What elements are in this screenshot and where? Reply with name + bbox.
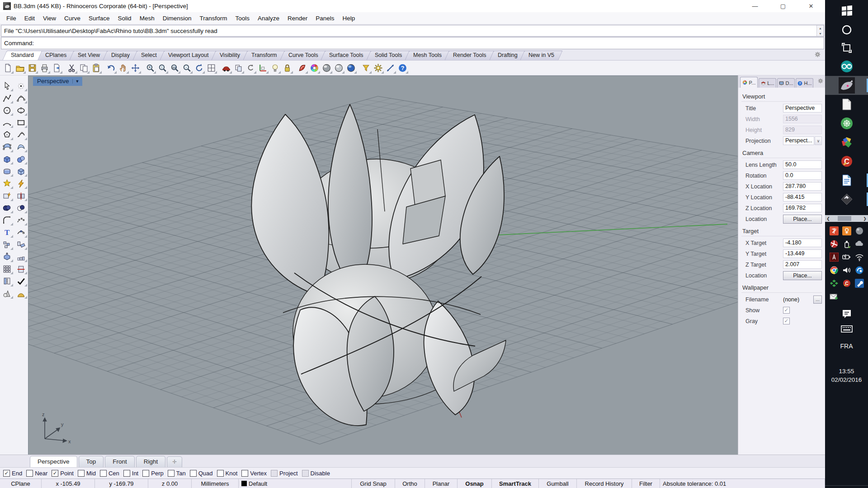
rebuild-button[interactable]: [15, 214, 28, 226]
tray-mail[interactable]: [829, 292, 839, 303]
osnap-checkbox-near[interactable]: [26, 470, 33, 477]
osnap-checkbox-end[interactable]: ✓: [3, 470, 10, 477]
scroll-up-icon[interactable]: ▲: [817, 25, 824, 31]
rectangle-button[interactable]: [15, 117, 28, 128]
menu-dimension[interactable]: Dimension: [159, 14, 196, 23]
menu-surface[interactable]: Surface: [85, 14, 114, 23]
tab-options-gear[interactable]: [814, 51, 821, 58]
show-desktop-button[interactable]: [825, 485, 868, 488]
zoom-in-button[interactable]: +: [144, 62, 156, 74]
move-button[interactable]: [129, 62, 142, 74]
tray-chrome[interactable]: [830, 266, 839, 277]
osnap-checkbox-cen[interactable]: [100, 470, 107, 477]
menu-tools[interactable]: Tools: [231, 14, 254, 23]
unroll-button[interactable]: [15, 251, 28, 263]
cplane-button[interactable]: [257, 62, 269, 74]
copy-button[interactable]: [78, 62, 90, 74]
menu-edit[interactable]: Edit: [20, 14, 39, 23]
touch-keyboard-button[interactable]: [825, 322, 868, 336]
print-button[interactable]: [38, 62, 51, 74]
status-smarttrack[interactable]: SmartTrack: [492, 479, 539, 488]
extrude-button[interactable]: [1, 251, 14, 263]
toolbar-tab-mesh-tools[interactable]: Mesh Tools: [405, 51, 450, 60]
options-button[interactable]: [372, 62, 384, 74]
menu-transform[interactable]: Transform: [195, 14, 231, 23]
rendered-mode-button[interactable]: [345, 62, 357, 74]
quicklaunch-scrollbar[interactable]: ❮❯: [825, 215, 868, 222]
fillet-button[interactable]: [15, 178, 28, 189]
tray-usb[interactable]: [842, 239, 851, 250]
menu-render[interactable]: Render: [283, 14, 311, 23]
property-value-field[interactable]: -4.180: [783, 239, 822, 247]
taskbar-app-color-app[interactable]: [825, 133, 868, 152]
taskbar-clock[interactable]: 13:5502/02/2016: [831, 367, 862, 384]
command-history[interactable]: File "C:\Users\Utilisateur\Desktop\FabAc…: [1, 25, 824, 37]
status-filter[interactable]: Filter: [632, 479, 660, 488]
check-button[interactable]: [15, 275, 28, 287]
osnap-checkbox-quad[interactable]: [190, 470, 197, 477]
car-button[interactable]: [220, 62, 232, 74]
status-ortho[interactable]: Ortho: [395, 479, 425, 488]
menu-solid[interactable]: Solid: [114, 14, 136, 23]
status-grid-snap[interactable]: Grid Snap: [352, 479, 395, 488]
measure-button[interactable]: [384, 62, 396, 74]
property-value-field[interactable]: 2.007: [783, 260, 822, 269]
checkbox-gray[interactable]: ✓: [783, 318, 790, 324]
osnap-checkbox-mid[interactable]: [78, 470, 85, 477]
taskbar-app-cortana[interactable]: [825, 21, 868, 39]
language-indicator[interactable]: FRA: [840, 343, 853, 350]
toolbar-tab-solid-tools[interactable]: Solid Tools: [366, 51, 410, 60]
status-gumball[interactable]: Gumball: [539, 479, 577, 488]
mapped-box-button[interactable]: [15, 165, 28, 177]
curve-cp-button[interactable]: [15, 92, 28, 104]
ellipse-button[interactable]: [15, 104, 28, 116]
tray-red-pinwheel[interactable]: [830, 239, 839, 250]
torus-button[interactable]: [1, 165, 14, 177]
osnap-checkbox-perp[interactable]: [142, 470, 149, 477]
new-file-button[interactable]: [2, 62, 14, 74]
box-button[interactable]: [1, 153, 14, 165]
paste-button[interactable]: [90, 62, 102, 74]
osnap-checkbox-disable[interactable]: [302, 470, 309, 477]
scroll-down-icon[interactable]: ▼: [817, 31, 824, 36]
select-button[interactable]: [1, 80, 14, 92]
flip-button[interactable]: [1, 275, 14, 287]
sweep-button[interactable]: [15, 141, 28, 153]
tray-orange-app-2[interactable]: [842, 226, 851, 237]
array-button[interactable]: [1, 263, 14, 275]
osnap-checkbox-project[interactable]: [271, 470, 278, 477]
viewport-layout-button[interactable]: [205, 62, 217, 74]
checkbox-show[interactable]: ✓: [783, 307, 790, 314]
viewport-tab-top[interactable]: Top: [79, 456, 104, 467]
status-x-105-49[interactable]: x -105.49: [42, 479, 95, 488]
cut-button[interactable]: [66, 62, 78, 74]
panel-options-gear[interactable]: [817, 78, 824, 86]
toolbar-tab-new-in-v5[interactable]: New in V5: [520, 51, 563, 60]
spheres-button[interactable]: [15, 153, 28, 165]
panel-tab-display[interactable]: D...: [777, 78, 795, 88]
dropdown-arrow-icon[interactable]: ∨: [815, 136, 822, 145]
toolbar-tab-standard[interactable]: Standard: [2, 51, 42, 60]
tray-wifi[interactable]: [854, 253, 864, 263]
status-default[interactable]: Default: [239, 479, 352, 488]
taskbar-app-start[interactable]: [825, 2, 868, 21]
tray-sync-green[interactable]: [830, 279, 839, 290]
scroll-thumb[interactable]: [838, 216, 851, 221]
tray-volume[interactable]: [842, 266, 852, 277]
taskbar-app-green-app[interactable]: [825, 114, 868, 133]
zoom-selected-button[interactable]: ◦: [181, 62, 193, 74]
close-button[interactable]: ✕: [797, 0, 825, 12]
property-value-field[interactable]: 50.0: [783, 160, 822, 169]
surface-cp-button[interactable]: [1, 141, 14, 153]
osnap-checkbox-vertex[interactable]: [241, 470, 248, 477]
panel-tab-properties[interactable]: P...: [740, 77, 758, 88]
viewport-tab-right[interactable]: Right: [136, 456, 166, 467]
status-absolute-tolerance-0-01[interactable]: Absolute tolerance: 0.01: [660, 479, 825, 488]
property-value-field[interactable]: -88.415: [783, 193, 822, 202]
edit-point-button[interactable]: [15, 226, 28, 238]
command-scrollbar[interactable]: ▲▼: [816, 25, 824, 36]
menu-mesh[interactable]: Mesh: [136, 14, 159, 23]
property-value-field[interactable]: 169.782: [783, 204, 822, 212]
tray-ccleaner-small[interactable]: C: [842, 279, 851, 290]
section-button[interactable]: [15, 263, 28, 275]
